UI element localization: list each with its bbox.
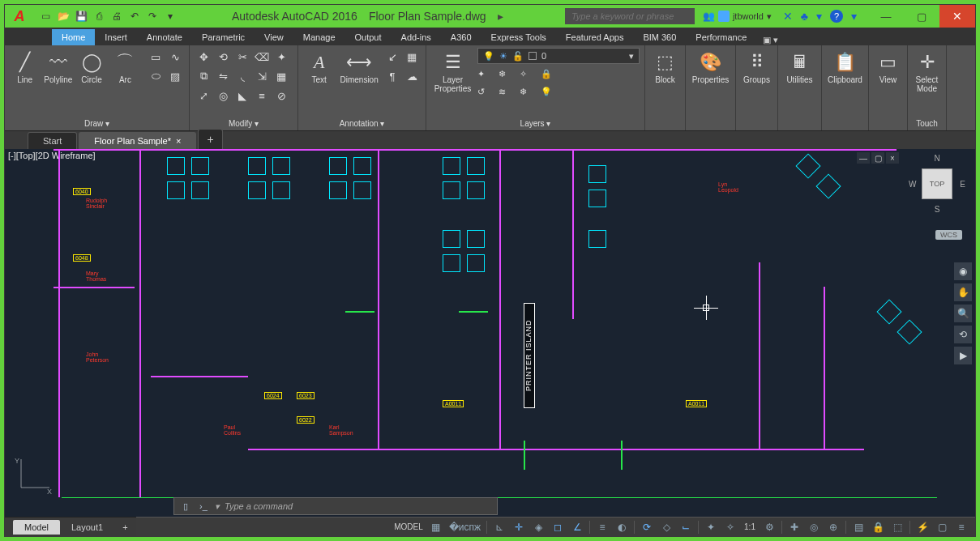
groups-button[interactable]: ⠿Groups xyxy=(741,48,772,84)
layer-off-icon[interactable]: ✧ xyxy=(520,69,539,85)
iso-icon[interactable]: ◈ xyxy=(529,519,547,535)
search-input[interactable] xyxy=(565,8,695,24)
circle-button[interactable]: ◯Circle xyxy=(77,48,107,84)
ortho-icon[interactable]: ⊾ xyxy=(490,519,508,535)
layer-iso-icon[interactable]: ❄ xyxy=(499,69,518,85)
offset-icon[interactable]: ◎ xyxy=(214,87,232,104)
stretch-icon[interactable]: ⇲ xyxy=(253,67,271,85)
qat-more-icon[interactable]: ▾ xyxy=(162,8,178,24)
panel-draw-label[interactable]: Draw ▾ xyxy=(10,116,184,130)
ellipse-icon[interactable]: ⬭ xyxy=(147,67,165,85)
workspace-icon[interactable]: ✚ xyxy=(785,519,803,535)
rotate-icon[interactable]: ⟲ xyxy=(214,48,232,66)
polyline-button[interactable]: 〰Polyline xyxy=(43,48,73,84)
tab-featured[interactable]: Featured Apps xyxy=(556,29,634,45)
tab-annotate[interactable]: Annotate xyxy=(137,29,192,45)
layer-properties-button[interactable]: ☰Layer Properties xyxy=(431,48,474,93)
3dosnap-icon[interactable]: ◇ xyxy=(657,519,675,535)
maximize-button[interactable]: ▢ xyxy=(904,5,939,28)
break-icon[interactable]: ⊘ xyxy=(272,87,290,104)
command-line[interactable]: ▯ ›_ ▾ Type a command xyxy=(173,497,498,515)
table-icon[interactable]: ▦ xyxy=(403,48,421,66)
tab-home[interactable]: Home xyxy=(52,29,95,45)
layer-combo[interactable]: 💡 ☀ 🔓 0 ▾ xyxy=(477,48,640,64)
clipboard-button[interactable]: 📋Clipboard xyxy=(827,48,863,84)
tab-layout1[interactable]: Layout1 xyxy=(60,520,114,535)
lockui-icon[interactable]: 🔒 xyxy=(869,519,887,535)
saveas-icon[interactable]: ⎙ xyxy=(91,8,107,24)
layer-match-icon[interactable]: ≋ xyxy=(499,87,518,103)
open-icon[interactable]: 📂 xyxy=(55,8,71,24)
app-logo[interactable]: A xyxy=(5,5,34,28)
minimize-button[interactable]: — xyxy=(868,5,904,28)
otrack-icon[interactable]: ∠ xyxy=(568,519,586,535)
annoscale-icon[interactable]: ✦ xyxy=(702,519,720,535)
chamfer-icon[interactable]: ◣ xyxy=(233,87,251,104)
undo-icon[interactable]: ↶ xyxy=(126,8,143,24)
user-account[interactable]: 👥 jtbworld ▾ xyxy=(703,11,772,22)
snap-icon[interactable]: �испж xyxy=(447,519,483,535)
scale-icon[interactable]: ⤢ xyxy=(195,87,212,104)
tab-a360[interactable]: A360 xyxy=(441,29,481,45)
dimension-button[interactable]: ⟷Dimension xyxy=(338,48,380,84)
panel-annotation-label[interactable]: Annotation ▾ xyxy=(303,116,421,130)
tab-view[interactable]: View xyxy=(255,29,293,45)
units-icon[interactable]: ⊕ xyxy=(824,519,842,535)
redo-icon[interactable]: ↷ xyxy=(144,8,160,24)
dynucs-icon[interactable]: ⌙ xyxy=(677,519,695,535)
save-icon[interactable]: 💾 xyxy=(73,8,89,24)
array-icon[interactable]: ▦ xyxy=(272,67,290,85)
cloud-icon[interactable]: ☁ xyxy=(403,67,421,85)
tab-output[interactable]: Output xyxy=(345,29,392,45)
polar-icon[interactable]: ✛ xyxy=(510,519,528,535)
utilities-button[interactable]: 🖩Utilities xyxy=(783,48,816,84)
spline-icon[interactable]: ∿ xyxy=(166,48,184,66)
customize-icon[interactable]: ≡ xyxy=(952,519,970,535)
line-button[interactable]: ╱Line xyxy=(10,48,40,84)
isolate-icon[interactable]: ⬚ xyxy=(888,519,906,535)
tab-parametric[interactable]: Parametric xyxy=(192,29,255,45)
tab-close-icon[interactable]: × xyxy=(176,136,181,146)
text-button[interactable]: AText xyxy=(303,48,335,84)
arc-button[interactable]: ⌒Arc xyxy=(110,48,140,84)
hatch-icon[interactable]: ▨ xyxy=(166,67,184,85)
explode-icon[interactable]: ✦ xyxy=(272,48,290,66)
tab-document[interactable]: Floor Plan Sample*× xyxy=(79,132,196,149)
panel-touch-label[interactable]: Touch xyxy=(913,116,941,130)
tab-model[interactable]: Model xyxy=(13,520,60,535)
layer-state-icon[interactable]: ✦ xyxy=(477,69,497,85)
view-button[interactable]: ▭View xyxy=(874,48,902,84)
layer-on-icon[interactable]: 💡 xyxy=(541,87,560,103)
cleanscreen-icon[interactable]: ▢ xyxy=(933,519,951,535)
tab-insert[interactable]: Insert xyxy=(95,29,137,45)
annomonitor-icon[interactable]: ◎ xyxy=(805,519,823,535)
leader-icon[interactable]: ↙ xyxy=(383,48,401,66)
new-icon[interactable]: ▭ xyxy=(37,8,53,24)
status-scale[interactable]: 1:1 xyxy=(741,519,759,535)
cmd-history-icon[interactable]: ▯ xyxy=(179,500,192,513)
osnap-icon[interactable]: ◻ xyxy=(549,519,567,535)
quickprops-icon[interactable]: ▤ xyxy=(849,519,867,535)
tab-new[interactable]: + xyxy=(198,129,222,149)
tab-manage[interactable]: Manage xyxy=(293,29,345,45)
layer-lock-icon[interactable]: 🔒 xyxy=(541,69,560,85)
close-button[interactable]: ✕ xyxy=(939,5,975,28)
layer-prev-icon[interactable]: ↺ xyxy=(477,87,497,103)
fillet-icon[interactable]: ◟ xyxy=(233,67,251,85)
tab-performance[interactable]: Performance xyxy=(686,29,756,45)
transparency-icon[interactable]: ◐ xyxy=(613,519,631,535)
recent-icon[interactable]: ▸ xyxy=(498,10,503,23)
cycling-icon[interactable]: ⟳ xyxy=(638,519,656,535)
properties-button[interactable]: 🎨Properties xyxy=(691,48,730,84)
align-icon[interactable]: ≡ xyxy=(253,87,271,104)
panel-layers-label[interactable]: Layers ▾ xyxy=(431,116,640,130)
drawing-viewport[interactable]: [-][Top][2D Wireframe] — ▢ × NSEW TOP WC… xyxy=(5,149,975,517)
trim-icon[interactable]: ✂ xyxy=(233,48,251,66)
hwaccel-icon[interactable]: ⚡ xyxy=(914,519,931,535)
tab-express[interactable]: Express Tools xyxy=(481,29,556,45)
tab-add-layout[interactable]: + xyxy=(114,520,135,535)
copy-icon[interactable]: ⧉ xyxy=(195,67,212,85)
help-icon[interactable]: ? xyxy=(830,10,843,23)
a360-icon[interactable]: ♣ xyxy=(801,10,808,23)
ribbon-minimize-icon[interactable]: ▣ ▾ xyxy=(763,35,778,45)
